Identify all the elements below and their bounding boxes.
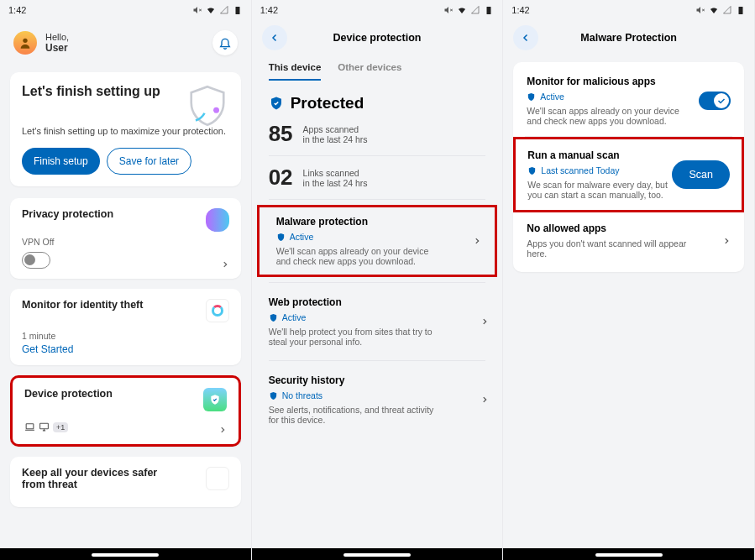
check-icon [716,96,726,106]
status-icons [695,5,746,15]
divider [269,282,486,283]
stat-sublabel: in the last 24 hrs [303,178,368,188]
wifi-icon [709,5,719,15]
threat-icon [206,467,229,490]
extra-devices-badge: +1 [53,422,68,432]
manual-desc: We scan for malware every day, but you c… [527,180,670,200]
home-header: Hello, User [0,20,251,65]
avatar[interactable] [13,31,37,55]
status-time: 1:42 [511,5,529,15]
svg-rect-3 [26,424,34,429]
mute-icon [695,5,705,15]
screen-home: 1:42 Hello, User Let's finish setting up… [0,0,252,560]
item-title: Malware protection [276,216,479,228]
monitor-toggle[interactable] [699,92,731,110]
status-time: 1:42 [8,5,26,15]
save-later-button[interactable]: Save for later [107,148,191,175]
identity-title: Monitor for identity theft [22,299,229,311]
status-bar: 1:42 [0,0,251,20]
protection-status: Protected [252,81,503,118]
identity-card[interactable]: Monitor for identity theft 1 minute Get … [10,289,241,365]
scan-button[interactable]: Scan [672,160,730,189]
notifications-button[interactable] [212,30,238,55]
threat-card[interactable]: Keep all your devices safer from threat [10,457,241,507]
identity-icon [206,299,229,322]
status-active: Active [269,312,486,322]
monitor-desc: We'll scan apps already on your device a… [527,106,695,126]
web-protection-item[interactable]: Web protection Active We'll help protect… [252,288,503,355]
shield-check-icon [527,166,537,175]
allowed-title: No allowed apps [527,222,722,234]
signal-icon [470,5,480,15]
chevron-right-icon [218,426,227,434]
status-icons [192,5,243,15]
stat-apps-scanned: 85 Apps scanned in the last 24 hrs [252,118,503,150]
back-button[interactable] [513,25,538,50]
status-text: No threats [282,390,322,400]
malware-settings-card: Monitor for malicious apps Active We'll … [513,62,744,272]
stat-sublabel: in the last 24 hrs [303,134,368,144]
monitor-block: Monitor for malicious apps Active We'll … [525,65,732,137]
status-bar: 1:42 [252,0,503,20]
get-started-link[interactable]: Get Started [22,343,229,355]
chevron-right-icon [221,260,229,269]
chevron-right-icon [480,395,489,404]
threat-title: Keep all your devices safer from threat [22,467,181,490]
setup-buttons: Finish setup Save for later [22,148,229,175]
identity-time: 1 minute [22,331,229,341]
nav-header: Device protection [252,20,503,55]
security-history-item[interactable]: Security history No threats See alerts, … [252,366,503,433]
svg-point-1 [23,39,27,43]
mute-icon [192,5,202,15]
wifi-icon [457,5,467,15]
vpn-status: VPN Off [22,237,229,247]
status-text: Last scanned Today [541,165,619,175]
malware-protection-item[interactable]: Malware protection Active We'll scan app… [257,205,498,277]
back-button[interactable] [262,25,287,50]
allowed-apps-block[interactable]: No allowed apps Apps you don't want scan… [525,212,732,269]
device-list-icons: +1 [24,421,227,432]
mute-icon [443,5,454,15]
setup-card: Let's finish setting up Let's finish set… [10,72,241,186]
battery-icon [736,5,746,15]
shield-icon [184,82,231,129]
tabs: This device Other devices [252,55,503,81]
protection-label: Protected [291,94,364,113]
shield-check-icon [269,313,278,322]
allowed-desc: Apps you don't want scanned will appear … [527,238,686,259]
privacy-card[interactable]: Privacy protection VPN Off [10,198,241,279]
finish-setup-button[interactable]: Finish setup [22,148,100,175]
status-nothreats: No threats [269,390,486,400]
svg-rect-4 [40,423,49,429]
privacy-icon [206,208,229,232]
shield-check-icon [269,391,278,400]
chevron-right-icon [722,237,731,245]
svg-rect-5 [487,7,491,14]
status-text: Active [290,232,314,242]
chevron-right-icon [480,317,489,326]
item-title: Web protection [269,296,486,308]
battery-icon [233,5,243,15]
divider [269,155,486,156]
device-icon [203,388,227,411]
screen-device-protection: 1:42 Device protection This device Other… [252,0,504,560]
tab-this-device[interactable]: This device [269,62,322,81]
shield-check-icon [527,92,536,102]
divider [269,199,486,200]
nav-bar [252,548,503,560]
desktop-icon [39,421,50,432]
tab-other-devices[interactable]: Other devices [338,62,401,81]
stat-label: Links scanned [303,168,368,178]
monitor-title: Monitor for malicious apps [527,76,699,87]
stat-number: 85 [269,121,293,147]
item-desc: We'll scan apps already on your device a… [276,246,444,266]
manual-title: Run a manual scan [527,149,672,161]
item-desc: We'll help protect you from sites that t… [269,327,437,347]
vpn-toggle[interactable] [22,252,50,269]
laptop-icon [24,421,35,432]
stat-number: 02 [269,165,293,191]
device-protection-card[interactable]: Device protection +1 [10,375,241,447]
screen-malware-protection: 1:42 Malware Protection Monitor for mali… [503,0,755,560]
status-time: 1:42 [260,5,278,15]
divider [269,360,486,361]
